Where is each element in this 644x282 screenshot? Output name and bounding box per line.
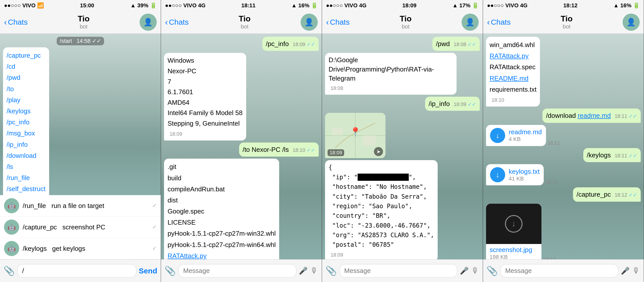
emoji-icon-3[interactable]: 🎤 bbox=[460, 267, 469, 275]
status-right-4: ▲ 16% 🔋 bbox=[613, 2, 640, 9]
panel-1: ●●○○○ VIVO 📶 15:00 ▲ 39% 🔋 ‹ Chats Tio b… bbox=[0, 0, 161, 282]
message-input-2[interactable] bbox=[178, 264, 296, 277]
topfiles-time: 18:10 bbox=[492, 97, 504, 103]
download-size-readme: 4 KB bbox=[509, 136, 542, 143]
cmd-ls: /ls bbox=[7, 161, 46, 172]
pcinfo-time: 18:09 ✓✓ bbox=[293, 42, 315, 47]
list-item-keylogs[interactable]: 🤖 /keylogs get keylogs ✓ bbox=[0, 238, 161, 259]
download-info-readme: readme.md 4 KB bbox=[509, 128, 542, 143]
emoji-icon-2[interactable]: 🎤 bbox=[299, 267, 308, 275]
status-bar-1: ●●○○○ VIVO 📶 15:00 ▲ 39% 🔋 bbox=[0, 0, 161, 11]
nav-center-1: Tio bot bbox=[78, 14, 89, 30]
input-bar-1: 📎 Send bbox=[0, 259, 161, 282]
attach-icon-3[interactable]: 📎 bbox=[326, 266, 337, 276]
msg-screenshot-dl: ↓ screenshot.jpg 198 KB 18:12 bbox=[486, 204, 641, 260]
nav-bar-1: ‹ Chats Tio bot 👤 bbox=[0, 11, 161, 34]
nav-center-4: Tio bot bbox=[561, 14, 572, 30]
msg-ls-sent: /to Nexor-PC /ls 18:10 ✓✓ bbox=[164, 143, 319, 157]
pcinfo-recv-time: 18:09 bbox=[170, 131, 182, 137]
screenshot-name: screenshot.jpg bbox=[490, 246, 538, 254]
mic-icon-4[interactable]: 🎙 bbox=[632, 266, 640, 275]
nav-title-2: Tio bbox=[239, 14, 250, 23]
system-msg-row: /start 14:58 ✓✓ bbox=[3, 37, 158, 45]
wifi-icon-1: 📶 bbox=[37, 2, 44, 9]
location-icon-2: ▲ bbox=[291, 2, 297, 9]
download-bubble-keylogs[interactable]: ↓ keylogs.txt 41 KB bbox=[486, 164, 544, 185]
status-left-4: ●●○○○ VIVO 4G bbox=[487, 2, 528, 9]
bubble-keylogs-sent: /keylogs 18:11 ✓✓ bbox=[583, 148, 641, 162]
nav-subtitle-1: bot bbox=[80, 23, 88, 30]
back-button-4[interactable]: ‹ Chats bbox=[487, 17, 511, 27]
screenshot-info: screenshot.jpg 198 KB bbox=[486, 244, 541, 260]
nav-subtitle-2: bot bbox=[241, 23, 249, 30]
back-label-1[interactable]: Chats bbox=[8, 18, 27, 26]
emoji-icon-4[interactable]: 🎤 bbox=[621, 267, 630, 275]
back-label-3[interactable]: Chats bbox=[330, 18, 349, 26]
avatar-1[interactable]: 👤 bbox=[140, 14, 157, 31]
cmd-pcinfo: /pc_info bbox=[7, 117, 46, 128]
mic-icon-2[interactable]: 🎙 bbox=[310, 266, 318, 275]
time-1: 15:00 bbox=[80, 2, 94, 9]
download-bubble-readme[interactable]: ↓ readme.md 4 KB bbox=[486, 125, 546, 146]
screenshot-thumb: ↓ bbox=[486, 204, 541, 244]
chat-area-4: win_amd64.whl RATAttack.py RATAttack.spe… bbox=[483, 34, 644, 259]
avatar-4[interactable]: 👤 bbox=[623, 14, 640, 31]
send-button-1[interactable]: Send bbox=[139, 267, 157, 275]
download-text: /download readme.md bbox=[546, 112, 611, 119]
message-input-1[interactable] bbox=[17, 264, 136, 277]
location-icon-1: ▲ bbox=[130, 2, 136, 9]
svg-rect-3 bbox=[333, 128, 343, 135]
panel-2: ●●○○○ VIVO 4G 18:11 ▲ 16% 🔋 ‹ Chats Tio … bbox=[161, 0, 322, 282]
status-right-3: ▲ 17% 🔋 bbox=[452, 2, 479, 9]
avatar-3[interactable]: 👤 bbox=[462, 14, 479, 31]
capturepc-text: /capture_pc bbox=[576, 191, 611, 198]
system-message-1: /start 14:58 ✓✓ bbox=[57, 37, 104, 45]
input-bar-2: 📎 🎤 🎙 bbox=[161, 259, 322, 282]
attach-icon-1[interactable]: 📎 bbox=[4, 266, 15, 276]
map-time: 18:09 bbox=[328, 149, 344, 156]
list-item-runfile[interactable]: 🤖 /run_file run a file on target ✓ bbox=[0, 195, 161, 217]
status-right-2: ▲ 16% 🔋 bbox=[291, 2, 318, 9]
attach-icon-2[interactable]: 📎 bbox=[165, 266, 176, 276]
bubble-cmdlist: /capture_pc /cd /pwd /to /play /keylogs … bbox=[3, 47, 49, 195]
battery-4: 16% bbox=[620, 2, 631, 9]
cmd-play: /play bbox=[7, 94, 46, 105]
avatar-2[interactable]: 👤 bbox=[301, 14, 318, 31]
chevron-left-icon-3: ‹ bbox=[326, 17, 329, 27]
keylogs-time: 18:11 ✓✓ bbox=[615, 153, 637, 158]
msg-pcinfo-received: WindowsNexor-PC76.1.7601AMD64Intel64 Fam… bbox=[164, 53, 319, 140]
message-input-3[interactable] bbox=[339, 264, 457, 277]
back-button-1[interactable]: ‹ Chats bbox=[4, 17, 28, 27]
battery-icon-2: 🔋 bbox=[311, 2, 318, 9]
msg-pwd-sent: /pwd 18:08 ✓✓ bbox=[325, 37, 480, 51]
map-bubble[interactable]: 📍 18:09 ➤ bbox=[325, 113, 385, 158]
msg-pwd-received: D:\Google Drive\Programming\Python\RAT-v… bbox=[325, 53, 480, 95]
file-ratpy-link: RATAttack.py bbox=[490, 50, 536, 61]
chat-area-1: /start 14:58 ✓✓ /capture_pc /cd /pwd /to… bbox=[0, 34, 161, 195]
back-button-2[interactable]: ‹ Chats bbox=[165, 17, 189, 27]
carrier-3: ●●○○○ VIVO 4G bbox=[326, 2, 367, 9]
pwd-text: /pwd bbox=[436, 40, 450, 48]
back-button-3[interactable]: ‹ Chats bbox=[326, 17, 350, 27]
msg-filelist-received: .git build compileAndRun.bat dist Google… bbox=[164, 159, 319, 259]
screenshot-bubble[interactable]: ↓ screenshot.jpg 198 KB bbox=[486, 204, 541, 260]
list-item-capturepc[interactable]: 🤖 /capture_pc screenshot PC ✓ bbox=[0, 217, 161, 238]
list-text-capturepc: /capture_pc screenshot PC bbox=[23, 223, 149, 231]
back-label-4[interactable]: Chats bbox=[491, 18, 510, 26]
battery-1: 39% bbox=[137, 2, 148, 9]
file-dist: dist bbox=[168, 195, 276, 206]
attach-icon-4[interactable]: 📎 bbox=[487, 266, 498, 276]
cmd-pwd: /pwd bbox=[7, 72, 46, 83]
message-input-4[interactable] bbox=[500, 264, 618, 277]
file-build: build bbox=[168, 172, 276, 184]
mic-icon-3[interactable]: 🎙 bbox=[471, 266, 479, 275]
nav-bar-2: ‹ Chats Tio bot 👤 bbox=[161, 11, 322, 34]
file-winamd64: win_amd64.whl bbox=[490, 39, 536, 50]
back-label-2[interactable]: Chats bbox=[169, 18, 188, 26]
download-size-keylogs: 41 KB bbox=[509, 175, 540, 182]
status-bar-4: ●●○○○ VIVO 4G 18:12 ▲ 16% 🔋 bbox=[483, 0, 644, 11]
cmd-cd: /cd bbox=[7, 61, 46, 72]
nav-bar-3: ‹ Chats Tio bot 👤 bbox=[322, 11, 483, 34]
chevron-left-icon-4: ‹ bbox=[487, 17, 490, 27]
msg-row-cmdlist: /capture_pc /cd /pwd /to /play /keylogs … bbox=[3, 47, 158, 195]
